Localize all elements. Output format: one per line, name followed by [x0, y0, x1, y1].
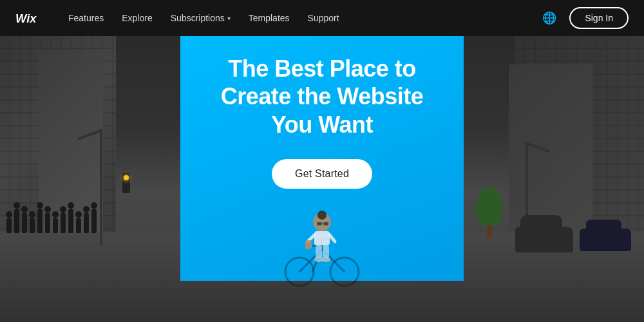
person-12: [91, 209, 97, 233]
hero-figure: [264, 204, 380, 288]
person-10: [76, 218, 81, 233]
svg-text:Wix: Wix: [15, 12, 37, 25]
nav-support[interactable]: Support: [308, 13, 339, 23]
person-3: [22, 213, 27, 233]
tree-trunk: [487, 225, 492, 238]
tree: [477, 187, 502, 238]
svg-point-13: [317, 211, 327, 220]
person-7: [53, 218, 58, 233]
street-lamp-left: [100, 129, 102, 245]
subscriptions-chevron: ▾: [227, 15, 231, 22]
get-started-button[interactable]: Get Started: [272, 159, 372, 189]
tree-top: [477, 187, 502, 225]
navbar: Wix Features Explore Subscriptions ▾ Tem…: [0, 0, 644, 36]
person-4: [30, 218, 35, 233]
nav-features[interactable]: Features: [68, 13, 104, 23]
person-6: [45, 213, 50, 233]
traffic-light: [122, 173, 130, 193]
globe-icon[interactable]: 🌐: [542, 11, 556, 25]
car-dark: [580, 229, 631, 251]
svg-rect-11: [323, 222, 328, 225]
svg-rect-18: [316, 245, 322, 258]
nav-links: Features Explore Subscriptions ▾ Templat…: [68, 13, 542, 23]
wix-logo[interactable]: Wix: [15, 10, 48, 26]
person-8: [61, 213, 66, 233]
svg-point-21: [321, 257, 330, 262]
nav-templates[interactable]: Templates: [249, 13, 290, 23]
hero-figure-svg: [264, 204, 380, 288]
svg-rect-10: [317, 222, 322, 225]
car-suv: [515, 227, 573, 252]
person-11: [84, 213, 89, 233]
navbar-right: 🌐 Sign In: [542, 7, 629, 29]
signin-button[interactable]: Sign In: [569, 7, 629, 29]
wix-logo-svg: Wix: [15, 10, 48, 26]
svg-rect-17: [305, 240, 312, 249]
svg-rect-19: [323, 245, 329, 258]
svg-rect-14: [314, 231, 330, 245]
person-1: [6, 218, 12, 233]
svg-line-16: [330, 235, 335, 242]
person-2: [14, 209, 19, 233]
hero-panel: The Best Place to Create the Website You…: [180, 36, 464, 281]
nav-explore[interactable]: Explore: [122, 13, 152, 23]
crowd-people: [6, 209, 97, 233]
person-9: [68, 209, 73, 233]
hero-title: The Best Place to Create the Website You…: [200, 55, 444, 138]
person-5: [37, 209, 43, 233]
nav-subscriptions[interactable]: Subscriptions ▾: [171, 13, 231, 23]
